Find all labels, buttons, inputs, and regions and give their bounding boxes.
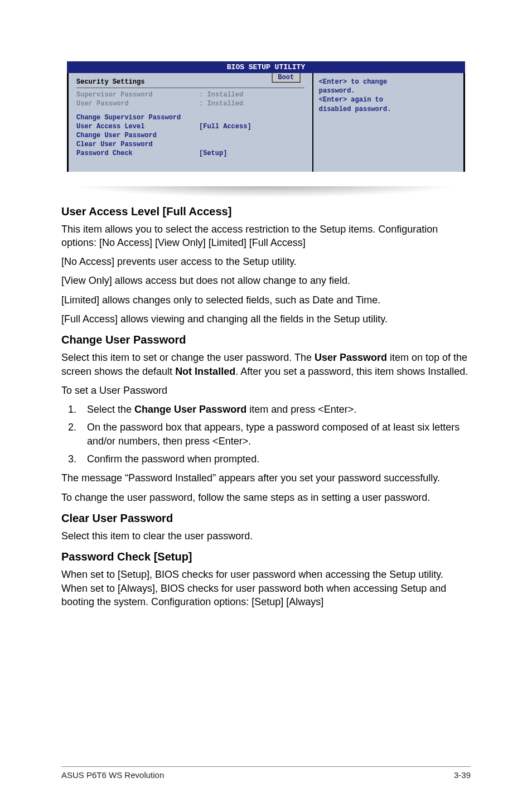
user-access-level-label[interactable]: User Access Level (76, 122, 199, 131)
paragraph: [View Only] allows access but does not a… (61, 274, 471, 287)
paragraph: [Limited] allows changes only to selecte… (61, 293, 471, 307)
list-item: Select the Change User Password item and… (79, 403, 471, 416)
heading-change-user-password: Change User Password (61, 334, 471, 346)
text: item and press <Enter>. (246, 404, 356, 415)
help-line: <Enter> to change (319, 78, 456, 86)
help-line: password. (319, 86, 456, 95)
bold-text: User Password (315, 352, 387, 363)
paragraph: To set a User Password (61, 384, 471, 397)
change-supervisor-password-item[interactable]: Change Supervisor Password (76, 113, 199, 122)
footer-right: 3-39 (454, 770, 471, 780)
change-user-password-item[interactable]: Change User Password (76, 131, 199, 140)
heading-clear-user-password: Clear User Password (61, 512, 471, 525)
bios-help-pane: <Enter> to change password. <Enter> agai… (312, 73, 463, 172)
bold-text: Change User Password (134, 404, 246, 415)
heading-user-access-level: User Access Level [Full Access] (61, 205, 471, 218)
bios-tab-boot: Boot (272, 73, 300, 83)
help-line: <Enter> again to (319, 95, 456, 104)
paragraph: Select this item to set or change the us… (61, 351, 471, 378)
paragraph: [Full Access] allows viewing and changin… (61, 312, 471, 326)
bios-setup-box: BIOS SETUP UTILITY Boot Security Setting… (67, 61, 465, 172)
cut-shadow (67, 186, 465, 197)
password-check-label[interactable]: Password Check (76, 149, 199, 158)
bios-left-pane: Security Settings Supervisor Password : … (69, 73, 312, 172)
supervisor-password-value: : Installed (199, 90, 304, 99)
paragraph: The message “Password Installed” appears… (61, 471, 471, 485)
user-password-label: User Password (76, 99, 199, 108)
bold-text: Not Installed (175, 366, 235, 377)
supervisor-password-label: Supervisor Password (76, 90, 199, 99)
bios-title: BIOS SETUP UTILITY (227, 63, 305, 71)
text: Select this item to set or change the us… (61, 352, 315, 363)
password-check-value[interactable]: [Setup] (199, 149, 304, 158)
clear-user-password-item[interactable]: Clear User Password (76, 140, 199, 149)
bios-section-title: Security Settings (76, 78, 304, 88)
page-footer: ASUS P6T6 WS Revolution 3-39 (61, 766, 471, 780)
footer-left: ASUS P6T6 WS Revolution (61, 770, 164, 780)
list-item: On the password box that appears, type a… (79, 421, 471, 448)
help-line: disabled password. (319, 105, 456, 114)
paragraph: This item allows you to select the acces… (61, 223, 471, 250)
paragraph: Select this item to clear the user passw… (61, 529, 471, 543)
paragraph: To change the user password, follow the … (61, 491, 471, 504)
heading-password-check: Password Check [Setup] (61, 550, 471, 563)
text: Select the (87, 404, 134, 415)
text: . After you set a password, this item sh… (235, 366, 468, 377)
ordered-list: Select the Change User Password item and… (79, 403, 471, 466)
user-access-level-value[interactable]: [Full Access] (199, 122, 304, 131)
paragraph: [No Access] prevents user access to the … (61, 255, 471, 268)
bios-titlebar: BIOS SETUP UTILITY Boot (67, 61, 465, 73)
user-password-value: : Installed (199, 99, 304, 108)
paragraph: When set to [Setup], BIOS checks for use… (61, 568, 471, 608)
list-item: Confirm the password when prompted. (79, 452, 471, 466)
